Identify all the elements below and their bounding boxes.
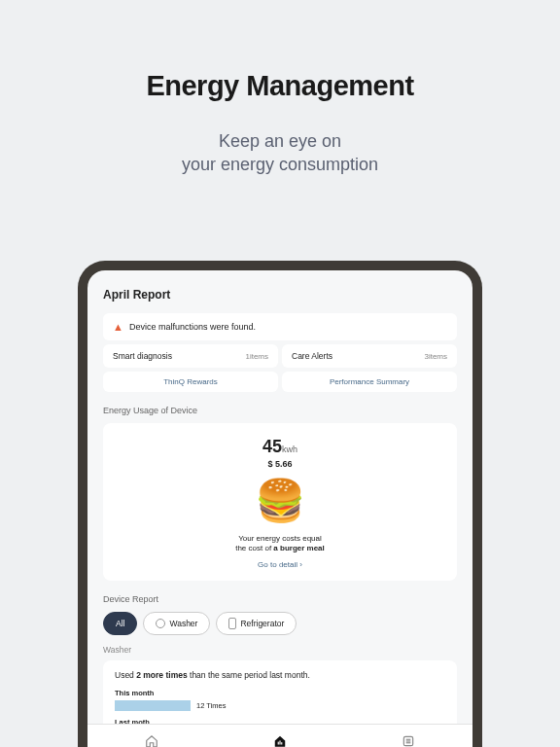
usage-text: Used 2 more times than the same period l… xyxy=(115,670,445,681)
svg-rect-1 xyxy=(279,740,280,744)
page-subtitle: Keep an eye on your energy consumption xyxy=(0,129,560,177)
care-alerts-cell[interactable]: Care Alerts 3items xyxy=(282,344,457,368)
malfunction-alert[interactable]: ▲ Device malfunctions were found. xyxy=(103,313,457,340)
burger-icon: 🍔 xyxy=(113,477,447,524)
device-filter-chips: All Washer Refrigerator xyxy=(103,612,457,635)
warning-icon: ▲ xyxy=(113,321,123,333)
home-icon xyxy=(144,734,159,747)
svg-rect-2 xyxy=(281,742,282,744)
washer-sublabel: Washer xyxy=(103,645,457,655)
energy-value: 45 xyxy=(262,437,282,456)
performance-link[interactable]: Performance Summary xyxy=(282,372,457,392)
svg-rect-0 xyxy=(278,742,279,745)
energy-usage-card: 45kwh $ 5.66 🍔 Your energy costs equal t… xyxy=(103,423,457,581)
refrigerator-icon xyxy=(228,618,236,629)
chip-all[interactable]: All xyxy=(103,612,137,635)
go-to-detail-link[interactable]: Go to detail › xyxy=(113,560,447,569)
this-month-bar xyxy=(115,700,191,711)
nav-report[interactable]: Report xyxy=(216,725,344,747)
smart-diagnosis-cell[interactable]: Smart diagnosis 1items xyxy=(103,344,278,368)
energy-comparison: Your energy costs equal the cost of a bu… xyxy=(113,534,447,554)
energy-section-label: Energy Usage of Device xyxy=(103,406,457,415)
energy-cost: $ 5.66 xyxy=(113,459,447,469)
page-title: Energy Management xyxy=(0,70,560,102)
device-frame: April Report ▲ Device malfunctions were … xyxy=(78,261,482,747)
washer-icon xyxy=(156,619,165,628)
energy-unit: kwh xyxy=(282,445,298,454)
alert-text: Device malfunctions were found. xyxy=(129,322,256,332)
bottom-nav: Home Report Menu xyxy=(88,724,472,747)
this-month-value: 12 Times xyxy=(196,701,226,710)
device-report-label: Device Report xyxy=(103,594,457,604)
chip-refrigerator[interactable]: Refrigerator xyxy=(216,612,297,635)
nav-menu[interactable]: Menu xyxy=(344,725,472,747)
chip-washer[interactable]: Washer xyxy=(143,612,210,635)
rewards-link[interactable]: ThinQ Rewards xyxy=(103,372,278,392)
report-icon xyxy=(272,734,288,747)
this-month-label: This month xyxy=(115,689,445,697)
report-title: April Report xyxy=(103,288,457,302)
nav-home[interactable]: Home xyxy=(88,725,216,747)
menu-icon xyxy=(401,734,416,747)
